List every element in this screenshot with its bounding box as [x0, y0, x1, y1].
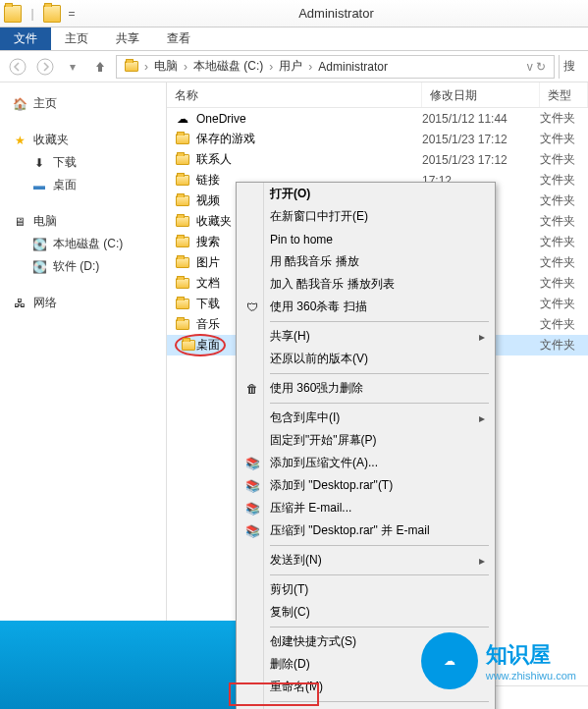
- breadcrumb-item[interactable]: 本地磁盘 (C:): [189, 58, 267, 75]
- menu-item[interactable]: 剪切(T): [237, 578, 495, 601]
- sidebar-drive-c[interactable]: 💽 本地磁盘 (C:): [0, 233, 166, 255]
- file-row[interactable]: 保存的游戏2015/1/23 17:12文件夹: [167, 129, 588, 149]
- column-type[interactable]: 类型: [540, 82, 588, 107]
- folder-icon: [175, 214, 190, 230]
- menu-item[interactable]: 还原以前的版本(V): [237, 348, 495, 370]
- sidebar-computer[interactable]: 🖥 电脑: [0, 210, 166, 233]
- navigation-bar: ▾ › 电脑 › 本地磁盘 (C:) › 用户 › Administrator …: [0, 51, 588, 82]
- computer-icon: 🖥: [12, 214, 27, 230]
- chevron-right-icon: ▸: [479, 330, 485, 344]
- recent-dropdown[interactable]: ▾: [61, 55, 84, 79]
- column-headers[interactable]: 名称 修改日期 类型: [167, 82, 588, 108]
- breadcrumb-item[interactable]: 电脑: [150, 58, 182, 75]
- download-icon: ⬇: [31, 155, 47, 171]
- sidebar-favorites[interactable]: ★ 收藏夹: [0, 129, 166, 151]
- network-icon: 🖧: [12, 296, 27, 311]
- sidebar-home[interactable]: 🏠 主页: [0, 92, 166, 115]
- menu-item[interactable]: Pin to home: [237, 228, 495, 250]
- folder-icon: [175, 276, 190, 292]
- tab-file[interactable]: 文件: [0, 27, 51, 50]
- window-title: Administrator: [84, 6, 588, 21]
- menu-item[interactable]: 共享(H)▸: [237, 325, 495, 348]
- menu-item[interactable]: 包含到库中(I)▸: [237, 407, 495, 429]
- back-button[interactable]: [6, 55, 29, 79]
- desktop-icon: ▬: [31, 178, 47, 193]
- forward-button[interactable]: [33, 55, 57, 79]
- column-date[interactable]: 修改日期: [422, 82, 540, 107]
- menu-item[interactable]: 📚添加到压缩文件(A)...: [237, 452, 495, 474]
- folder-icon: [175, 235, 190, 250]
- menu-item[interactable]: 发送到(N)▸: [237, 549, 495, 572]
- menu-separator: [270, 403, 489, 404]
- drive-icon: 💽: [31, 237, 47, 252]
- folder-icon: [175, 173, 190, 189]
- drive-icon: 💽: [31, 259, 47, 275]
- file-row[interactable]: ☁OneDrive2015/1/12 11:44文件夹: [167, 108, 588, 129]
- home-icon: 🏠: [12, 96, 27, 112]
- title-bar: | = Administrator: [0, 0, 588, 27]
- refresh-dropdown[interactable]: v ↻: [523, 60, 550, 74]
- chevron-right-icon: ▸: [479, 411, 485, 425]
- shield-icon: 🛡: [242, 299, 262, 316]
- menu-item[interactable]: 属性(R): [237, 705, 495, 709]
- context-menu: 打开(O)在新窗口中打开(E)Pin to home用 酷我音乐 播放加入 酷我…: [236, 182, 496, 709]
- menu-item[interactable]: 复制(C): [237, 601, 495, 624]
- menu-item[interactable]: 用 酷我音乐 播放: [237, 250, 495, 273]
- menu-item[interactable]: 加入 酷我音乐 播放列表: [237, 273, 495, 296]
- menu-item[interactable]: 🛡使用 360杀毒 扫描: [237, 296, 495, 318]
- qat-divider: |: [24, 5, 41, 23]
- menu-separator: [270, 701, 489, 702]
- tab-view[interactable]: 查看: [153, 27, 204, 50]
- sidebar-desktop[interactable]: ▬ 桌面: [0, 174, 166, 196]
- menu-item[interactable]: 📚压缩到 "Desktop.rar" 并 E-mail: [237, 519, 495, 542]
- cloud-icon: ☁: [175, 111, 190, 127]
- star-icon: ★: [12, 133, 27, 148]
- qat-button[interactable]: =: [63, 5, 80, 23]
- file-row[interactable]: 联系人2015/1/23 17:12文件夹: [167, 149, 588, 170]
- watermark: ☁ 知识屋 www.zhishiwu.com: [421, 632, 576, 689]
- folder-icon: [175, 317, 190, 333]
- rar-icon: 📚: [242, 500, 262, 518]
- ribbon: 文件 主页 共享 查看: [0, 27, 588, 51]
- folder-icon: [4, 5, 22, 23]
- folder-icon: [175, 132, 190, 147]
- breadcrumb-item[interactable]: Administrator: [314, 60, 392, 74]
- folder-icon: [175, 193, 190, 209]
- menu-item[interactable]: 在新窗口中打开(E): [237, 205, 495, 228]
- menu-item[interactable]: 固定到"开始"屏幕(P): [237, 429, 495, 452]
- qat-button[interactable]: [43, 5, 61, 23]
- trash-icon: 🗑: [242, 380, 262, 398]
- menu-item[interactable]: 📚压缩并 E-mail...: [237, 497, 495, 519]
- folder-icon: [175, 152, 190, 168]
- folder-icon: [181, 337, 196, 353]
- breadcrumb[interactable]: › 电脑 › 本地磁盘 (C:) › 用户 › Administrator v …: [116, 55, 555, 79]
- svg-point-1: [37, 59, 53, 75]
- folder-icon: [175, 255, 190, 271]
- rar-icon: 📚: [242, 522, 262, 540]
- sidebar-downloads[interactable]: ⬇ 下载: [0, 151, 166, 174]
- menu-separator: [270, 321, 489, 322]
- desktop-background: [0, 621, 236, 709]
- svg-point-0: [10, 59, 26, 75]
- menu-separator: [270, 545, 489, 546]
- menu-item[interactable]: 📚添加到 "Desktop.rar"(T): [237, 474, 495, 497]
- menu-item[interactable]: 🗑使用 360强力删除: [237, 377, 495, 400]
- up-button[interactable]: [88, 55, 112, 79]
- chevron-right-icon: ▸: [479, 554, 485, 568]
- column-name[interactable]: 名称: [167, 82, 422, 107]
- search-input[interactable]: 搜: [559, 55, 582, 79]
- menu-separator: [270, 627, 489, 627]
- rar-icon: 📚: [242, 455, 262, 472]
- menu-separator: [270, 574, 489, 575]
- breadcrumb-item[interactable]: 用户: [275, 58, 306, 75]
- tab-share[interactable]: 共享: [102, 27, 153, 50]
- rar-icon: 📚: [242, 477, 262, 495]
- sidebar-network[interactable]: 🖧 网络: [0, 292, 166, 314]
- watermark-icon: ☁: [421, 632, 478, 689]
- folder-icon: [175, 297, 190, 312]
- menu-item[interactable]: 打开(O): [237, 183, 495, 205]
- tab-home[interactable]: 主页: [51, 27, 102, 50]
- navigation-pane: 🏠 主页 ★ 收藏夹 ⬇ 下载 ▬ 桌面 🖥 电脑 💽: [0, 82, 167, 685]
- sidebar-drive-d[interactable]: 💽 软件 (D:): [0, 255, 166, 278]
- menu-separator: [270, 373, 489, 374]
